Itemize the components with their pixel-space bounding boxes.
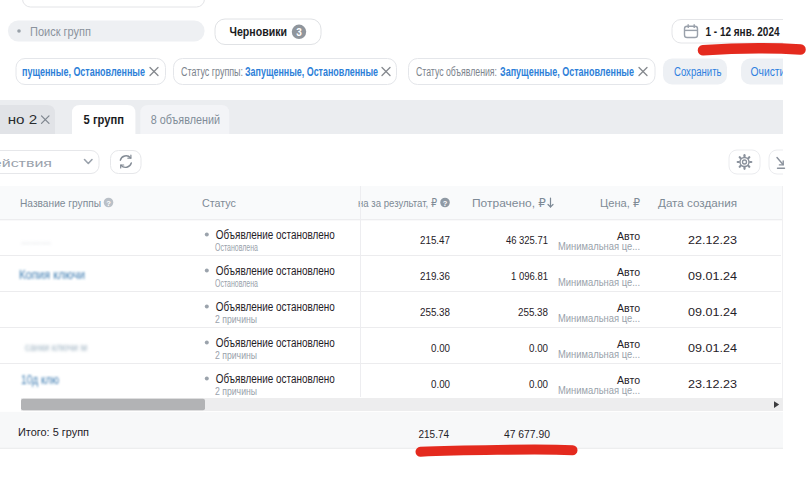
svg-text:Название группы: Название группы	[20, 197, 101, 209]
svg-text:Итого: 5 групп: Итого: 5 групп	[18, 426, 89, 438]
svg-text:1 096.81: 1 096.81	[511, 270, 548, 282]
svg-text:22.12.23: 22.12.23	[688, 234, 737, 246]
svg-text:0.00: 0.00	[431, 342, 450, 354]
svg-text:Статус: Статус	[202, 197, 236, 209]
svg-text:Черновики: Черновики	[230, 25, 288, 39]
svg-text:?: ?	[106, 199, 111, 208]
svg-text:Объявление остановлено: Объявление остановлено	[216, 300, 335, 314]
svg-text:Объявление остановлено: Объявление остановлено	[216, 228, 335, 242]
svg-text:09.01.24: 09.01.24	[688, 306, 738, 318]
svg-text:0.00: 0.00	[431, 378, 450, 390]
svg-text:215.47: 215.47	[420, 234, 450, 246]
svg-text:Остановлена: Остановлена	[215, 241, 259, 253]
svg-text:47 677.90: 47 677.90	[504, 428, 550, 440]
svg-text:09.01.24: 09.01.24	[688, 270, 738, 282]
svg-text:Сохранить: Сохранить	[674, 65, 722, 79]
svg-text:………: ………	[21, 234, 51, 246]
svg-text:46 325.71: 46 325.71	[506, 234, 548, 246]
svg-text:10д клю: 10д клю	[21, 373, 59, 387]
svg-text:Объявление остановлено: Объявление остановлено	[216, 264, 335, 278]
svg-text:Минимальная це...: Минимальная це...	[558, 384, 640, 396]
svg-text:Цена, ₽: Цена, ₽	[600, 197, 640, 209]
svg-text:2 причины: 2 причины	[215, 349, 257, 361]
svg-text:Объявление остановлено: Объявление остановлено	[216, 336, 335, 350]
svg-text:255.38: 255.38	[420, 306, 450, 318]
svg-text:1 - 12 янв. 2024: 1 - 12 янв. 2024	[706, 24, 780, 39]
svg-text:Статус группы:: Статус группы:	[181, 65, 243, 79]
svg-text:Запущенные, Остановленные: Запущенные, Остановленные	[245, 65, 378, 79]
svg-text:Объявление остановлено: Объявление остановлено	[216, 372, 335, 386]
svg-text:215.74: 215.74	[419, 428, 450, 440]
svg-text:255.38: 255.38	[518, 306, 548, 318]
svg-text:Минимальная це...: Минимальная це...	[558, 240, 640, 252]
svg-text:2 причины: 2 причины	[215, 385, 257, 397]
svg-text:Потрачено, ₽: Потрачено, ₽	[472, 197, 546, 209]
svg-text:5 групп: 5 групп	[84, 113, 124, 127]
svg-text:Запущенные, Остановленные: Запущенные, Остановленные	[500, 65, 634, 79]
svg-text:Минимальная це...: Минимальная це...	[558, 276, 640, 288]
svg-text:но 2: но 2	[8, 113, 38, 127]
svg-text:Минимальная це...: Минимальная це...	[558, 348, 640, 360]
svg-text:санки ключи м: санки ключи м	[25, 341, 87, 353]
svg-text:Действия: Действия	[0, 157, 52, 169]
svg-text:0.00: 0.00	[529, 342, 548, 354]
svg-text:на за результат, ₽: на за результат, ₽	[358, 197, 437, 209]
svg-text:23.12.23: 23.12.23	[688, 378, 737, 390]
svg-text:Поиск групп: Поиск групп	[30, 25, 91, 39]
svg-text:?: ?	[443, 199, 448, 208]
svg-text:3: 3	[296, 27, 302, 38]
svg-text:Статус объявления:: Статус объявления:	[416, 65, 497, 79]
svg-text:09.01.24: 09.01.24	[688, 342, 738, 354]
svg-text:0.00: 0.00	[529, 378, 548, 390]
svg-text:пущенные, Остановленные: пущенные, Остановленные	[22, 65, 145, 79]
svg-text:8 объявлений: 8 объявлений	[151, 113, 220, 127]
svg-text:2 причины: 2 причины	[215, 313, 257, 325]
svg-text:Остановлена: Остановлена	[215, 277, 259, 289]
svg-text:219.36: 219.36	[420, 270, 450, 282]
svg-text:Копия ключи: Копия ключи	[19, 268, 85, 282]
svg-text:Минимальная це...: Минимальная це...	[558, 312, 640, 324]
svg-text:Дата создания: Дата создания	[658, 197, 737, 209]
